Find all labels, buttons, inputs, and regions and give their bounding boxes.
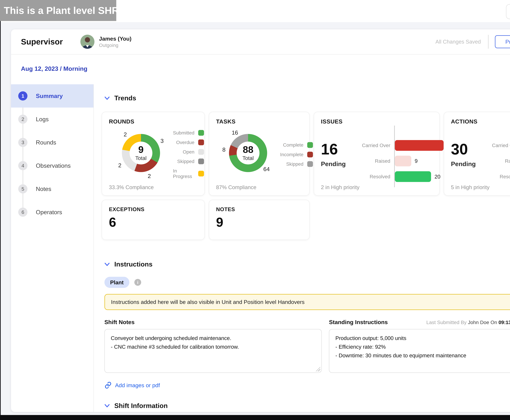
avatar: [80, 35, 94, 49]
rounds-card: ROUNDS 9Total3222 SubmittedOverdueOpenSk…: [102, 112, 205, 196]
actions-bar-chart: Carried OverRaisedResolved14237: [491, 126, 510, 187]
bar-labels: Carried OverRaisedResolved: [491, 126, 510, 187]
tasks-legend: CompleteIncompleteSkipped: [280, 142, 314, 167]
previous-button[interactable]: Previous: [495, 35, 510, 48]
date-shift-label: Aug 12, 2023 / Morning: [11, 54, 510, 84]
step-number: 4: [18, 161, 27, 170]
legend-item: Skipped: [280, 161, 313, 167]
shift-notes-input[interactable]: Conveyor belt undergoing scheduled maint…: [105, 329, 321, 373]
actions-pending-label: Pending: [451, 160, 491, 167]
sidebar-item-observations[interactable]: 4Observations: [11, 154, 93, 177]
donut-center: 88Total: [237, 142, 259, 165]
sidebar-item-notes[interactable]: 5Notes: [11, 177, 93, 201]
standing-instructions-box: Production output: 5,000 units- Efficien…: [329, 329, 510, 373]
screen-bottom-bar: [0, 415, 510, 420]
rounds-legend: SubmittedOverdueOpenSkippedIn Progress: [173, 130, 205, 179]
legend-item: Incomplete: [280, 152, 313, 158]
step-label: Logs: [36, 116, 49, 122]
legend-item: Submitted: [173, 130, 204, 136]
exceptions-title: EXCEPTIONS: [109, 206, 198, 212]
sidebar: 1Summary2Logs3Rounds4Observations5Notes6…: [11, 84, 94, 412]
last-submitted-meta: Last Submitted By John Doe On 09:13 AM V…: [426, 320, 510, 325]
donut-center: 9Total: [129, 142, 152, 165]
sidebar-steps: 1Summary2Logs3Rounds4Observations5Notes6…: [11, 84, 93, 224]
banner-text: Instructions added here will be also vis…: [111, 299, 304, 305]
add-images-link[interactable]: Add images or pdf: [105, 382, 160, 389]
tasks-compliance: 87% Compliance: [216, 184, 256, 190]
sidebar-item-summary[interactable]: 1Summary: [11, 84, 93, 108]
exceptions-card: EXCEPTIONS 6: [102, 200, 205, 240]
legend-item: In Progress: [173, 168, 204, 179]
user-name: James (You): [99, 36, 131, 42]
donut-callout: 2: [118, 162, 121, 169]
rounds-card-title: ROUNDS: [109, 118, 198, 125]
step-number: 6: [18, 208, 27, 217]
donut-ring: 88Total: [229, 134, 267, 172]
standing-instructions-label: Standing Instructions: [329, 319, 388, 325]
chevron-down-icon[interactable]: [104, 95, 110, 101]
instructions-section: Instructions Plant i Instructions added …: [102, 260, 510, 389]
page-title-badge: This is a Plant level SHR: [0, 0, 116, 21]
info-icon[interactable]: i: [134, 279, 141, 286]
donut-callout: 3: [160, 137, 164, 144]
chevron-down-icon[interactable]: [104, 403, 110, 409]
donut-callout: 2: [148, 172, 151, 179]
actions-pending-value: 30: [451, 142, 491, 157]
actions-card: ACTIONS 30 Pending Carried OverRaisedRes…: [444, 112, 510, 196]
save-status: All Changes Saved: [435, 39, 481, 45]
instructions-banner: Instructions added here will be also vis…: [105, 294, 510, 310]
donut-callout: 8: [222, 146, 226, 153]
instructions-section-header: Instructions: [104, 260, 510, 268]
shift-notes-label: Shift Notes: [105, 319, 135, 325]
shift-notes-box: Conveyor belt undergoing scheduled maint…: [105, 329, 322, 373]
app-window: This is a Plant level SHR PDF View Super…: [0, 0, 510, 420]
donut-callout: 16: [232, 129, 238, 136]
bar-labels: Carried OverRaisedResolved: [361, 126, 394, 187]
donut-ring: 9Total: [122, 134, 160, 172]
step-number: 5: [18, 184, 27, 194]
user-status: Outgoing: [99, 43, 131, 48]
user-block: James (You) Outgoing: [80, 35, 131, 49]
legend-item: Overdue: [173, 139, 204, 145]
donut-callout: 2: [124, 131, 127, 138]
donut-callout: 64: [263, 166, 270, 172]
step-label: Operators: [36, 209, 62, 216]
step-number: 3: [18, 138, 27, 147]
step-label: Observations: [36, 162, 71, 169]
step-label: Rounds: [36, 139, 56, 146]
step-label: Notes: [36, 186, 51, 192]
legend-item: Skipped: [173, 158, 204, 164]
actions-card-title: ACTIONS: [451, 118, 510, 125]
step-number: 1: [18, 91, 27, 100]
rounds-donut-chart: 9Total3222: [109, 128, 173, 181]
role-title: Supervisor: [21, 37, 63, 46]
chevron-down-icon[interactable]: [104, 261, 110, 267]
standing-instructions-content: Production output: 5,000 units- Efficien…: [329, 329, 510, 364]
step-label: Summary: [36, 93, 63, 99]
actions-priority-note: 5 in High priority: [451, 184, 489, 190]
issues-pending-value: 16: [321, 142, 361, 157]
legend-item: Open: [173, 149, 204, 155]
tasks-card-title: TASKS: [216, 118, 302, 125]
shift-information-header: Shift Information: [104, 402, 510, 410]
main-content: Trends ROUNDS 9Total3222 SubmittedOverdu…: [94, 84, 510, 412]
issues-card: ISSUES 16 Pending Carried OverRaisedReso…: [314, 112, 440, 196]
header-divider: [488, 35, 488, 49]
plant-level-chip[interactable]: Plant: [105, 277, 129, 288]
shift-information-section: Shift Information: [102, 402, 510, 410]
step-number: 2: [18, 115, 27, 124]
sidebar-item-rounds[interactable]: 3Rounds: [11, 131, 93, 154]
notes-title: NOTES: [216, 206, 302, 212]
issues-bar-chart: Carried OverRaisedResolved27920: [361, 126, 453, 187]
notes-value: 9: [216, 216, 302, 229]
tasks-card: TASKS 88Total64816 CompleteIncompleteSki…: [209, 112, 310, 196]
issues-priority-note: 2 in High priority: [321, 184, 359, 190]
tasks-donut-chart: 88Total64816: [216, 128, 280, 181]
issues-pending-label: Pending: [321, 160, 361, 167]
sidebar-item-logs[interactable]: 2Logs: [11, 108, 93, 131]
pdf-view-button[interactable]: PDF View: [506, 4, 510, 19]
screen-left-edge: [0, 21, 1, 420]
sidebar-item-operators[interactable]: 6Operators: [11, 201, 93, 224]
notes-card: NOTES 9: [209, 200, 310, 240]
rounds-compliance: 33.3% Compliance: [109, 184, 154, 190]
